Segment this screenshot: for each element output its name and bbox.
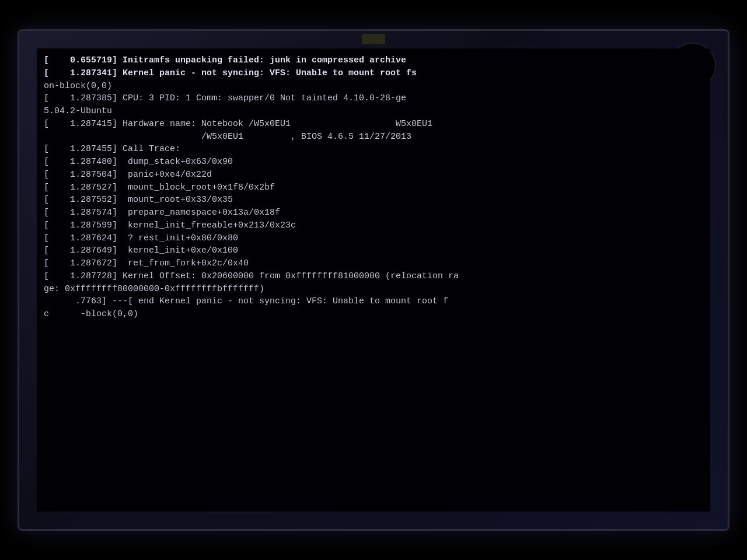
terminal-line: 5.04.2-Ubuntu — [44, 105, 703, 118]
monitor-frame: [ 0.655719] Initramfs unpacking failed: … — [18, 29, 729, 531]
terminal-line: [ 1.287574] prepare_namespace+0x13a/0x18… — [44, 206, 703, 219]
terminal-line: [ 1.287455] Call Trace: — [44, 143, 703, 156]
terminal-line: [ 0.655719] Initramfs unpacking failed: … — [44, 54, 703, 67]
terminal-line: [ 1.287672] ret_from_fork+0x2c/0x40 — [44, 257, 703, 270]
terminal-line: [ 1.287649] kernel_init+0xe/0x100 — [44, 244, 703, 257]
terminal-line: [ 1.287480] dump_stack+0x63/0x90 — [44, 156, 703, 169]
terminal-line: [ 1.287624] ? rest_init+0x80/0x80 — [44, 232, 703, 245]
terminal-line: [ 1.287552] mount_root+0x33/0x35 — [44, 194, 703, 206]
terminal-screen: [ 0.655719] Initramfs unpacking failed: … — [37, 48, 710, 512]
camera-notch — [362, 34, 385, 44]
terminal-line: .7763] ---[ end Kernel panic - not synci… — [44, 295, 703, 308]
terminal-line: on-block(0,0) — [44, 80, 703, 93]
terminal-line: [ 1.287728] Kernel Offset: 0x20600000 fr… — [44, 270, 703, 283]
terminal-line: ge: 0xffffffff80000000-0xffffffffbffffff… — [44, 283, 703, 296]
terminal-line: [ 1.287415] Hardware name: Notebook /W5x… — [44, 118, 703, 131]
terminal-line: [ 1.287504] panic+0xe4/0x22d — [44, 169, 703, 181]
terminal-line: [ 1.287385] CPU: 3 PID: 1 Comm: swapper/… — [44, 92, 703, 105]
terminal-line: [ 1.287341] Kernel panic - not syncing: … — [44, 67, 703, 80]
terminal-line: [ 1.287599] kernel_init_freeable+0x213/0… — [44, 219, 703, 232]
terminal-line: [ 1.287527] mount_block_root+0x1f8/0x2bf — [44, 181, 703, 194]
terminal-line: c -block(0,0) — [44, 308, 703, 321]
terminal-line: /W5x0EU1 , BIOS 4.6.5 11/27/2013 — [44, 131, 703, 144]
